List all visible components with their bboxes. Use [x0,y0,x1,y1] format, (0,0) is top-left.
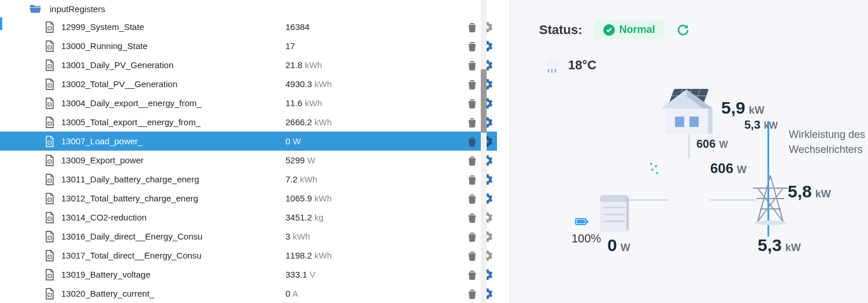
register-value: 1065.9 kWh [285,193,366,203]
delete-button[interactable] [467,117,477,128]
delete-button[interactable] [467,98,477,109]
scrollbar[interactable] [481,0,487,303]
register-value: 7.2 kWh [285,174,366,184]
register-row[interactable]: 13011_Daily_battery_charge_energ7.2 kWh [0,170,497,189]
file-locked-icon [45,136,54,147]
register-value: 0 W [285,136,366,146]
file-locked-icon [45,288,54,300]
register-row[interactable]: 13001_Daily_PV_Generation21.8 kWh [0,55,497,74]
svg-rect-28 [603,220,625,222]
register-name: 13005_Total_export__energy_from_ [61,117,285,127]
register-row[interactable]: 13005_Total_export__energy_from_2666.2 k… [0,113,497,132]
file-locked-icon [45,98,54,109]
battery-storage-icon [594,190,635,237]
register-row[interactable]: 12999_System_State16384 [0,17,497,36]
status-badge-text: Normal [620,24,655,36]
energy-diagram: 100% 5,9kW 5,3kW 606W 606W 5,8kW 5,3kW 0… [533,87,851,286]
register-list: 12999_System_State16384 13000_Running_St… [0,17,497,303]
delete-button[interactable] [467,289,477,299]
file-locked-icon [45,174,54,185]
register-row[interactable]: 13004_Daily_export__energy_from_11.6 kWh [0,93,497,113]
delete-button[interactable] [467,136,477,147]
file-locked-icon [45,231,54,242]
file-locked-icon [45,59,54,71]
folder-open-icon [29,3,42,14]
delete-button[interactable] [467,193,477,204]
register-name: 13000_Running_State [61,41,285,51]
status-label: Status: [539,23,583,38]
register-value: 2666.2 kWh [285,117,366,127]
register-value: 3451.2 kg [285,212,366,222]
file-locked-icon [45,250,54,261]
register-row[interactable]: 13014_CO2-reduction3451.2 kg [0,208,497,227]
scrollbar-thumb[interactable] [481,69,487,133]
file-locked-icon [45,193,54,204]
grid-power-sub: 5,3kW [758,235,801,255]
grid-power: 5,8kW [788,182,831,201]
register-row[interactable]: 13002_Total_PV__Generation4930.3 kWh [0,74,497,93]
pv-power-sub: 5,3kW [744,118,778,132]
delete-button[interactable] [467,79,477,89]
delete-button[interactable] [467,41,477,51]
svg-point-21 [651,169,654,171]
inverter-caption: Wirkleistung des Wechselrichters [789,127,868,157]
register-name: 13019_Battery_voltage [61,270,285,279]
delete-button[interactable] [467,231,477,242]
register-name: 13011_Daily_battery_charge_energ [61,174,285,184]
svg-rect-26 [603,207,625,208]
svg-rect-25 [626,197,629,230]
register-row[interactable]: 13017_Total_direct__Energy_Consu1198.2 k… [0,246,497,265]
flow-power: 606W [696,137,728,151]
register-row[interactable]: 13016_Daily_direct__Energy_Consu3 kWh [0,227,497,246]
register-value: 1198.2 kWh [285,250,366,260]
register-name: 13004_Daily_export__energy_from_ [61,98,285,108]
svg-rect-27 [603,214,625,215]
weather-rain-icon [544,57,562,75]
delete-button[interactable] [467,155,477,166]
register-value: 5299 W [285,155,366,165]
register-row[interactable]: 13019_Battery_voltage333.1 V [0,265,497,284]
file-locked-icon [45,21,54,33]
delete-button[interactable] [467,250,477,261]
delete-button[interactable] [467,270,477,280]
folder-input-registers[interactable]: inputRegisters [0,0,497,17]
temperature: 18°C [568,58,596,73]
delete-button[interactable] [467,60,477,70]
battery-power: 0W [607,235,630,255]
register-row[interactable]: 13007_Load_power_0 W [0,132,497,151]
register-name: 13002_Total_PV__Generation [61,79,285,89]
register-row[interactable]: 13009_Export_power5299 W [0,151,497,170]
svg-rect-18 [689,117,699,127]
folder-label: inputRegisters [50,4,105,14]
file-locked-icon [45,117,54,128]
register-value: 0 A [285,289,366,298]
file-locked-icon [45,269,54,280]
house-power: 606W [710,160,747,177]
status-badge: Normal [594,20,665,39]
register-row[interactable]: 13020_Battery_current_0 A [0,284,497,303]
refresh-icon[interactable] [676,23,690,37]
object-tree-panel: inputRegisters 12999_System_State16384 1… [0,0,497,303]
register-value: 21.8 kWh [285,60,366,70]
delete-button[interactable] [467,22,477,32]
register-name: 13007_Load_power_ [61,136,285,146]
register-name: 13020_Battery_current_ [61,289,285,298]
battery-level-icon [575,218,587,225]
grid-tower-icon [747,173,793,225]
svg-rect-16 [708,109,713,134]
svg-rect-24 [600,195,629,202]
svg-point-36 [754,220,787,225]
register-value: 17 [285,41,366,51]
register-name: 13017_Total_direct__Energy_Consu [61,250,285,260]
house-icon [655,87,718,139]
delete-button[interactable] [467,174,477,185]
register-row[interactable]: 13000_Running_State17 [0,36,497,55]
check-circle-icon [603,24,615,36]
dashboard-panel: Status: Normal 18°C [510,0,868,303]
status-row: Status: Normal [539,20,690,39]
register-row[interactable]: 13012_Total_battery_charge_energ1065.9 k… [0,189,497,208]
svg-point-1 [552,60,561,67]
file-locked-icon [45,212,54,223]
register-name: 13001_Daily_PV_Generation [61,60,285,70]
delete-button[interactable] [467,212,477,223]
